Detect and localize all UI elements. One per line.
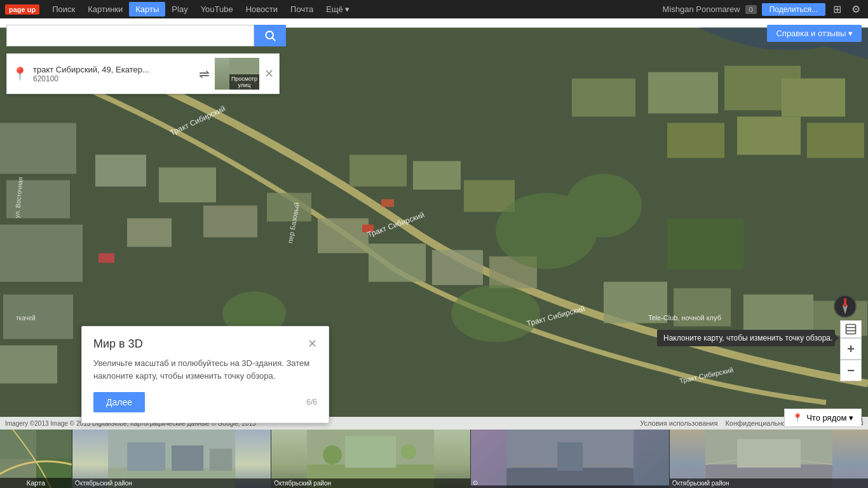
svg-rect-11 xyxy=(318,219,369,254)
svg-rect-13 xyxy=(413,161,461,190)
share-button[interactable]: Поделиться... xyxy=(762,3,825,16)
photo-label-1: Октябрьский район xyxy=(72,478,271,488)
nav-play[interactable]: Play xyxy=(165,2,194,17)
settings-icon-btn[interactable]: ⚙ xyxy=(849,2,863,17)
svg-rect-48 xyxy=(846,325,856,334)
nav-news[interactable]: Новости xyxy=(240,2,284,17)
photo-item-4[interactable]: 📷 Октябрьский район xyxy=(669,430,868,488)
popup-3d-counter: 6/6 xyxy=(306,398,317,407)
svg-rect-15 xyxy=(369,244,426,282)
svg-rect-19 xyxy=(648,72,718,114)
popup-3d-title: Мир в 3D xyxy=(93,337,143,351)
svg-rect-4 xyxy=(3,295,73,339)
popup-3d-world: Мир в 3D ✕ Увеличьте масштаб и полюбуйте… xyxy=(81,326,329,423)
nearby-button[interactable]: 📍 Что рядом ▾ xyxy=(784,409,862,427)
photo-item-1[interactable]: 📷 Октябрьский район xyxy=(72,430,271,488)
svg-rect-1 xyxy=(0,123,76,174)
svg-rect-23 xyxy=(737,117,801,155)
pageup-badge[interactable]: page up xyxy=(5,4,39,15)
nav-youtube[interactable]: YouTube xyxy=(194,2,240,17)
close-location-panel-button[interactable]: ✕ xyxy=(264,67,274,81)
photo-item-2[interactable]: 📷 Октябрьский район xyxy=(271,430,470,488)
photo-label-2: Октябрьский район xyxy=(271,478,470,488)
svg-rect-22 xyxy=(667,123,724,158)
svg-rect-24 xyxy=(807,123,864,158)
map-thumbnail[interactable]: Карта xyxy=(0,430,72,488)
nav-more[interactable]: Ещё ▾ xyxy=(320,2,356,17)
location-zip: 620100 xyxy=(33,74,194,83)
search-input[interactable] xyxy=(6,25,254,46)
location-pin-icon: 📍 xyxy=(12,66,28,81)
popup-3d-next-button[interactable]: Далее xyxy=(93,392,145,412)
street-view-label: Просмотр улиц xyxy=(229,74,259,90)
svg-rect-18 xyxy=(572,79,635,117)
svg-text:Tele-Club, ночной клуб: Tele-Club, ночной клуб xyxy=(648,314,721,322)
svg-rect-67 xyxy=(557,442,583,471)
zoom-in-button[interactable]: + xyxy=(840,338,862,360)
svg-rect-70 xyxy=(737,439,801,468)
nav-links: Поиск Картинки Карты Play YouTube Новост… xyxy=(46,2,662,17)
popup-3d-body: Увеличьте масштаб и полюбуйтесь на 3D-зд… xyxy=(93,357,317,382)
help-label: Справка и отзывы ▾ xyxy=(776,29,853,38)
svg-text:N: N xyxy=(843,297,846,302)
svg-point-34 xyxy=(451,285,540,342)
topbar: page up Поиск Картинки Карты Play YouTub… xyxy=(0,0,868,18)
svg-rect-3 xyxy=(0,225,83,282)
svg-point-64 xyxy=(401,444,416,459)
svg-rect-10 xyxy=(267,193,311,222)
popup-3d-close-button[interactable]: ✕ xyxy=(308,337,317,351)
compass[interactable]: N xyxy=(834,295,859,320)
photo-strip: Карта 📷 Октябрьский район xyxy=(0,430,868,488)
zoom-out-button[interactable]: − xyxy=(840,360,862,381)
nav-mail[interactable]: Почта xyxy=(284,2,320,17)
terms-link[interactable]: Условия использования xyxy=(640,419,717,427)
help-reviews-button[interactable]: Справка и отзывы ▾ xyxy=(767,25,862,42)
svg-rect-62 xyxy=(345,436,396,468)
location-text: тракт Сибирский, 49, Екатер... 620100 xyxy=(33,65,194,83)
location-panel: 📍 тракт Сибирский, 49, Екатер... 620100 … xyxy=(6,53,280,94)
svg-rect-29 xyxy=(98,254,114,263)
nearby-icon: 📍 xyxy=(792,413,803,423)
svg-rect-30 xyxy=(381,200,394,207)
search-button[interactable] xyxy=(254,25,286,46)
map-thumb-label: Карта xyxy=(0,478,72,488)
svg-rect-57 xyxy=(127,442,165,471)
svg-rect-35 xyxy=(667,219,743,269)
svg-rect-58 xyxy=(172,445,203,471)
photo-label-3 xyxy=(471,485,669,488)
tilt-tooltip: Наклоните карту, чтобы изменить точку об… xyxy=(657,330,835,346)
svg-rect-5 xyxy=(0,346,57,384)
compass-circle[interactable]: N xyxy=(834,295,857,318)
nav-images[interactable]: Картинки xyxy=(81,2,129,17)
svg-rect-16 xyxy=(432,250,483,285)
nav-search[interactable]: Поиск xyxy=(46,2,81,17)
location-name: тракт Сибирский, 49, Екатер... xyxy=(33,65,194,74)
map-controls: + − xyxy=(840,320,862,381)
svg-rect-6 xyxy=(95,155,146,187)
tilt-control[interactable] xyxy=(840,320,862,338)
nearby-label: Что рядом ▾ xyxy=(806,413,853,423)
user-name: Mishgan Ponomarew xyxy=(663,4,740,14)
nav-right: Mishgan Ponomarew 0 Поделиться... ⊞ ⚙ xyxy=(663,2,863,17)
nav-maps[interactable]: Карты xyxy=(129,2,165,17)
grid-icon-btn[interactable]: ⊞ xyxy=(831,2,844,17)
svg-rect-12 xyxy=(349,155,407,187)
photo-item-3[interactable]: ⊙ xyxy=(470,430,669,488)
photo-label-4: Октябрьский район xyxy=(670,478,868,488)
search-bar xyxy=(6,25,286,46)
search-icon xyxy=(264,29,276,42)
directions-icon[interactable]: ⇌ xyxy=(199,66,210,81)
svg-rect-59 xyxy=(210,449,232,471)
svg-line-47 xyxy=(273,38,276,41)
map-container[interactable]: Тракт Сибирский Тракт Сибирский Тракт Си… xyxy=(0,18,868,488)
popup-3d-footer: Далее 6/6 xyxy=(93,392,317,412)
svg-point-33 xyxy=(566,174,642,238)
popup-3d-header: Мир в 3D ✕ xyxy=(93,337,317,351)
notification-badge[interactable]: 0 xyxy=(745,5,757,14)
svg-rect-9 xyxy=(203,206,257,238)
street-view-thumbnail[interactable]: Просмотр улиц xyxy=(215,58,259,90)
svg-rect-8 xyxy=(127,219,172,247)
svg-rect-21 xyxy=(782,79,845,117)
svg-rect-7 xyxy=(159,168,216,203)
svg-point-63 xyxy=(323,445,342,464)
